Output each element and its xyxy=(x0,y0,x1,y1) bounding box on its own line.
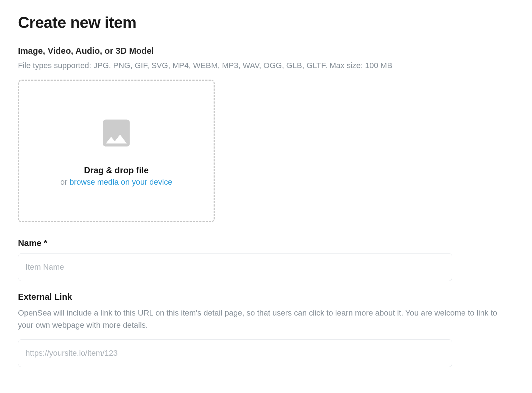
name-input[interactable] xyxy=(18,253,452,281)
media-dropzone[interactable]: Drag & drop file or browse media on your… xyxy=(18,80,215,222)
media-section-label: Image, Video, Audio, or 3D Model xyxy=(18,46,514,56)
page-title: Create new item xyxy=(18,14,514,32)
drop-secondary-text: or browse media on your device xyxy=(60,177,172,187)
drop-or-text: or xyxy=(60,177,70,186)
external-link-hint: OpenSea will include a link to this URL … xyxy=(18,307,514,331)
image-placeholder-icon xyxy=(98,115,134,151)
external-link-field-label: External Link xyxy=(18,292,514,302)
drop-primary-text: Drag & drop file xyxy=(84,165,149,175)
name-field-label: Name * xyxy=(18,238,514,248)
media-section-hint: File types supported: JPG, PNG, GIF, SVG… xyxy=(18,60,514,72)
external-link-input[interactable] xyxy=(18,339,452,367)
browse-media-link[interactable]: browse media on your device xyxy=(70,177,172,186)
